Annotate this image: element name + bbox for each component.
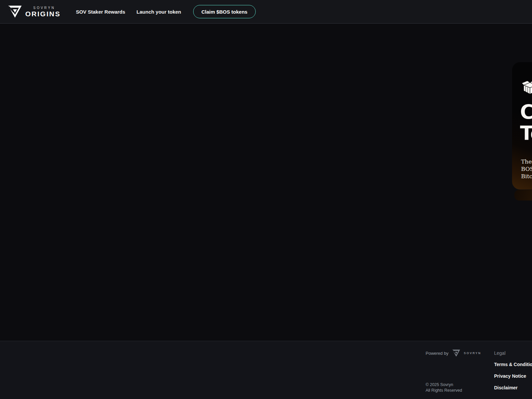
- sovryn-footer-wordmark: SOVRYN: [464, 351, 481, 355]
- promo-heading-line-2: Tokens: [520, 123, 532, 144]
- promo-card-peek[interactable]: [514, 190, 532, 200]
- copyright: © 2025 Sovryn All Rights Reserved: [426, 382, 462, 393]
- promo-body-line-3: Bitcoin: [521, 173, 532, 180]
- footer-link-terms-and-conditions[interactable]: Terms & Conditions: [494, 362, 532, 367]
- promo-card[interactable]: Claim $BOS Tokens The BOS Bitcoin: [512, 62, 532, 190]
- legal-heading: Legal: [494, 350, 505, 356]
- claim-bos-tokens-button[interactable]: Claim $BOS tokens: [193, 5, 256, 18]
- sovryn-triangle-icon: [8, 5, 22, 18]
- copyright-line-2: All Rights Reserved: [426, 388, 462, 393]
- footer-link-disclaimer[interactable]: Disclaimer: [494, 385, 518, 390]
- sovryn-footer-triangle-icon: [452, 349, 461, 357]
- nav-item-launch-your-token[interactable]: Launch your token: [137, 9, 181, 15]
- main-content: Claim $BOS Tokens The BOS Bitcoin: [0, 24, 532, 341]
- promo-card-heading: Claim $BOS Tokens: [520, 101, 532, 144]
- open-box-icon: [521, 80, 532, 95]
- promo-card-body: The BOS Bitcoin: [521, 158, 532, 180]
- brand-wordmark-top: SOVRYN: [33, 6, 55, 10]
- nav-item-sov-staker-rewards[interactable]: SOV Staker Rewards: [76, 9, 125, 15]
- brand-wordmark-bottom: ORIGINS: [25, 10, 61, 17]
- powered-by-sovryn-link[interactable]: Powered by SOVRYN: [426, 349, 481, 357]
- copyright-line-1: © 2025 Sovryn: [426, 382, 462, 388]
- footer-link-privacy-notice[interactable]: Privacy Notice: [494, 373, 526, 379]
- promo-body-line-1: The: [521, 158, 532, 165]
- brand-wordmark: SOVRYN ORIGINS: [25, 6, 61, 17]
- powered-by-label: Powered by: [426, 351, 449, 356]
- top-nav-bar: SOVRYN ORIGINS SOV Staker Rewards Launch…: [0, 0, 532, 24]
- promo-body-line-2: BOS: [521, 165, 532, 173]
- brand-logo[interactable]: SOVRYN ORIGINS: [8, 5, 61, 18]
- promo-heading-line-1: Claim $BOS: [520, 101, 532, 123]
